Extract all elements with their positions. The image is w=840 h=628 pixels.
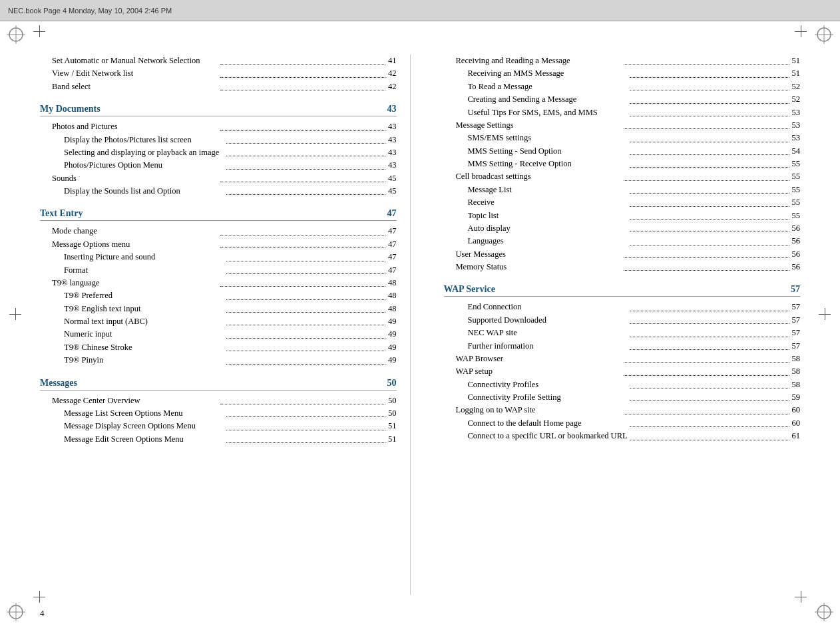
toc-label: Connectivity Profiles	[468, 379, 628, 391]
toc-dots	[220, 182, 386, 182]
toc-dots	[226, 143, 386, 144]
toc-dots	[226, 273, 386, 274]
toc-label: Numeric input	[64, 328, 224, 341]
toc-page: 55	[792, 184, 801, 196]
toc-label: Format	[64, 264, 224, 277]
toc-entry: Receive 55	[444, 196, 801, 209]
toc-dots	[630, 142, 789, 142]
toc-entry: MMS Setting - Receive Option 55	[444, 158, 801, 170]
toc-label: T9® Chinese Stroke	[64, 341, 224, 354]
toc-label: Photos and Pictures	[52, 120, 218, 133]
toc-entry: To Read a Message 52	[444, 80, 801, 93]
toc-dots	[630, 323, 789, 324]
toc-entry: User Messages 56	[444, 248, 801, 261]
col-left: Set Automatic or Manual Network Selectio…	[40, 55, 411, 595]
toc-label: Creating and Sending a Message	[468, 93, 628, 106]
toc-entry: WAP setup 58	[444, 365, 801, 378]
toc-page: 41	[388, 55, 397, 67]
toc-dots	[624, 180, 789, 181]
toc-page: 51	[388, 433, 397, 446]
toc-page: 42	[388, 80, 397, 93]
toc-label: Message Display Screen Options Menu	[64, 420, 224, 432]
toc-entry: NEC WAP site 57	[444, 327, 801, 339]
toc-dots	[624, 375, 789, 376]
toc-entry: Normal text input (ABC) 49	[40, 315, 397, 328]
toc-dots	[220, 77, 386, 78]
toc-dots	[220, 64, 386, 65]
toc-label: Message Settings	[456, 119, 622, 132]
toc-page: 50	[388, 407, 397, 420]
toc-entry: SMS/EMS settings 53	[444, 132, 801, 144]
toc-dots	[220, 247, 386, 248]
section-page-messages: 50	[387, 378, 397, 389]
toc-label: Further information	[468, 340, 628, 353]
toc-dots	[220, 235, 386, 236]
toc-page: 51	[792, 67, 801, 80]
section-title-my-documents: My Documents	[40, 104, 101, 114]
content-area: Set Automatic or Manual Network Selectio…	[0, 21, 840, 628]
toc-dots	[226, 416, 386, 417]
toc-entry: Inserting Picture and sound 47	[40, 251, 397, 263]
toc-label: Useful Tips For SMS, EMS, and MMS	[468, 106, 628, 119]
toc-label: Receiving and Reading a Message	[456, 55, 622, 67]
toc-entry: Format 47	[40, 264, 397, 277]
toc-label: To Read a Message	[468, 80, 628, 93]
toc-dots	[226, 194, 386, 195]
toc-page: 53	[792, 119, 801, 132]
toc-label: Selecting and displaying or playback an …	[64, 146, 224, 159]
toc-entry: Supported Downloaded 57	[444, 314, 801, 327]
toc-label: Logging on to WAP site	[456, 404, 622, 416]
toc-dots	[226, 325, 386, 325]
toc-entry: Cell broadcast settings 55	[444, 170, 801, 183]
toc-page: 49	[388, 354, 397, 367]
toc-page: 57	[792, 340, 801, 353]
toc-dots	[226, 338, 386, 339]
toc-label: Set Automatic or Manual Network Selectio…	[52, 55, 218, 67]
section-header-wap-service: WAP Service 57	[444, 284, 801, 297]
toc-page: 58	[792, 379, 801, 391]
toc-dots	[624, 414, 789, 414]
toc-label: Band select	[52, 80, 218, 93]
toc-label: SMS/EMS settings	[468, 132, 628, 144]
toc-page: 54	[792, 145, 801, 158]
toc-label: T9® language	[52, 277, 218, 289]
toc-entry: Connect to a specific URL or bookmarked …	[444, 430, 801, 442]
toc-label: Sounds	[52, 172, 218, 185]
toc-label: Normal text input (ABC)	[64, 315, 224, 328]
toc-dots	[630, 77, 789, 78]
toc-page: 61	[792, 430, 801, 442]
toc-label: Message List Screen Options Menu	[64, 407, 224, 420]
toc-entry: Auto display 56	[444, 222, 801, 235]
toc-entry: Creating and Sending a Message 52	[444, 93, 801, 106]
toc-label: Topic list	[468, 210, 628, 222]
toc-entry: Photos and Pictures 43	[40, 120, 397, 133]
toc-entry: Message List 55	[444, 184, 801, 196]
toc-dots	[630, 116, 789, 116]
toc-entry: Message Edit Screen Options Menu 51	[40, 433, 397, 446]
toc-page: 52	[792, 93, 801, 106]
toc-label: Supported Downloaded	[468, 314, 628, 327]
toc-entry: T9® Preferred 48	[40, 289, 397, 302]
toc-dots	[630, 90, 789, 90]
toc-page: 45	[388, 172, 397, 185]
toc-entry: Further information 57	[444, 340, 801, 353]
toc-entry: View / Edit Network list 42	[40, 67, 397, 80]
toc-page: 47	[388, 264, 397, 277]
toc-entry: Languages 56	[444, 235, 801, 247]
toc-label: MMS Setting - Receive Option	[468, 158, 628, 170]
toc-entry: Sounds 45	[40, 172, 397, 185]
toc-dots	[630, 388, 789, 389]
toc-dots	[624, 257, 789, 258]
toc-page: 48	[388, 289, 397, 302]
toc-entry: Photos/Pictures Option Menu 43	[40, 159, 397, 172]
toc-entry: Band select 42	[40, 80, 397, 93]
toc-page: 53	[792, 106, 801, 119]
toc-label: Connect to the default Home page	[468, 417, 628, 430]
toc-page: 56	[792, 261, 801, 273]
page-number: 4	[40, 608, 45, 619]
toc-label: Memory Status	[456, 261, 622, 273]
toc-entry: MMS Setting - Send Option 54	[444, 145, 801, 158]
toc-dots	[630, 232, 789, 232]
toc-label: Display the Photos/Pictures list screen	[64, 134, 224, 146]
toc-entry: Message List Screen Options Menu 50	[40, 407, 397, 420]
